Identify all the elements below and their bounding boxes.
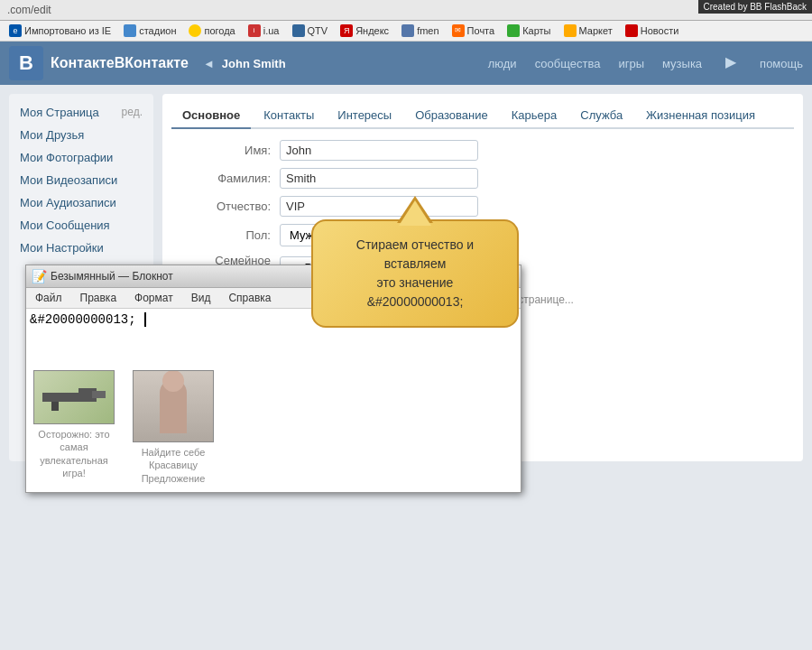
bookmark-ie-text: Импортовано из IE bbox=[24, 25, 111, 36]
bookmark-news[interactable]: Новости bbox=[622, 23, 683, 38]
vk-header: В КонтактеВКонтакте ◄ John Smith люди со… bbox=[0, 42, 812, 85]
tooltip-bubble: Стираем отчество и вставляем это значени… bbox=[311, 219, 519, 328]
notepad-menu-help[interactable]: Справка bbox=[225, 290, 274, 306]
svg-rect-2 bbox=[92, 391, 106, 398]
input-name[interactable] bbox=[280, 140, 478, 161]
nav-communities[interactable]: сообщества bbox=[535, 53, 601, 74]
form-row-name: Имя: bbox=[171, 140, 794, 161]
notepad-menu-view[interactable]: Вид bbox=[188, 290, 215, 306]
vk-logo-icon: В bbox=[9, 46, 43, 80]
ad-gun: Осторожно: это самая увлекательная игра! bbox=[33, 370, 115, 485]
label-patronymic: Отчество: bbox=[171, 200, 280, 213]
notepad-menu-file[interactable]: Файл bbox=[32, 290, 66, 306]
label-gender: Пол: bbox=[171, 228, 280, 242]
label-surname: Фамилия: bbox=[171, 172, 280, 185]
notepad-ads-area: Осторожно: это самая увлекательная игра!… bbox=[26, 363, 521, 492]
bookmark-market-label: Маркет bbox=[579, 25, 613, 36]
bookmark-yandex-label: Яндекс bbox=[355, 25, 389, 36]
ad-gun-text: Осторожно: это самая увлекательная игра! bbox=[33, 428, 115, 479]
bookmark-mail-label: Почта bbox=[467, 25, 495, 36]
bookmark-maps-label: Карты bbox=[522, 25, 550, 36]
bookmark-stadium[interactable]: стадион bbox=[120, 23, 180, 38]
bookmark-ie[interactable]: e Моя Страница Импортовано из IE bbox=[5, 23, 115, 38]
ad-girl-image bbox=[133, 370, 214, 442]
ad-girl-text: Найдите себе Красавицу Предложение bbox=[133, 446, 214, 485]
ad-girl: Найдите себе Красавицу Предложение bbox=[133, 370, 214, 485]
bookmarks-bar: e Моя Страница Импортовано из IE стадион… bbox=[0, 21, 812, 42]
tab-career[interactable]: Карьера bbox=[501, 103, 568, 129]
bookmark-weather[interactable]: погода bbox=[185, 23, 238, 38]
svg-rect-0 bbox=[42, 393, 78, 402]
tab-views[interactable]: Жизненная позиция bbox=[635, 103, 766, 129]
browser-url: .com/edit bbox=[7, 4, 51, 16]
vk-logo-text: КонтактеВКонтакте bbox=[51, 55, 189, 71]
bookmark-news-label: Новости bbox=[641, 25, 679, 36]
bookmark-fmen-label: fmen bbox=[417, 25, 438, 36]
tab-interests[interactable]: Интересы bbox=[327, 103, 402, 129]
input-patronymic[interactable] bbox=[280, 196, 478, 217]
bb-flashback-badge: Created by BB FlashBack bbox=[698, 0, 813, 14]
form-row-patronymic: Отчество: bbox=[171, 196, 794, 217]
nav-more-arrow[interactable]: ▶ bbox=[725, 53, 736, 74]
sidebar-photos[interactable]: Мои Фотографии bbox=[9, 146, 153, 169]
bookmark-iua-label: i.ua bbox=[263, 25, 280, 36]
notepad-text: &#20000000013; bbox=[30, 312, 146, 327]
sidebar-videos[interactable]: Мои Видеозаписи bbox=[9, 169, 153, 191]
svg-rect-3 bbox=[51, 402, 59, 411]
tab-service[interactable]: Служба bbox=[569, 103, 633, 129]
input-surname[interactable] bbox=[280, 168, 478, 189]
bookmark-stadium-label: стадион bbox=[139, 25, 176, 36]
tooltip-text: Стираем отчество и вставляем это значени… bbox=[328, 236, 503, 311]
browser-bar: .com/edit bbox=[0, 0, 812, 21]
nav-music[interactable]: музыка bbox=[662, 53, 702, 74]
notepad-title: 📝 Безымянный — Блокнот bbox=[32, 269, 173, 283]
bookmark-qtv[interactable]: QTV bbox=[289, 23, 332, 38]
notepad-menu-edit[interactable]: Правка bbox=[77, 290, 121, 306]
vk-user-name[interactable]: John Smith bbox=[222, 57, 286, 70]
sidebar-settings[interactable]: Мои Настройки bbox=[9, 237, 153, 259]
sidebar-audio[interactable]: Мои Аудиозаписи bbox=[9, 191, 153, 214]
sidebar-friends[interactable]: Мои Друзья bbox=[9, 124, 153, 146]
bookmark-yandex[interactable]: Я Яндекс bbox=[337, 23, 392, 38]
tab-basic[interactable]: Основное bbox=[171, 103, 251, 129]
nav-help[interactable]: помощь bbox=[760, 53, 803, 74]
sidebar-my-page[interactable]: Моя Страница ред. bbox=[9, 101, 153, 124]
vk-tabs: Основное Контакты Интересы Образование К… bbox=[171, 103, 794, 129]
tooltip-value: &#20000000013; bbox=[367, 294, 464, 309]
gun-icon bbox=[42, 384, 106, 411]
notepad-menu-format[interactable]: Формат bbox=[131, 290, 177, 306]
sidebar-messages[interactable]: Мои Сообщения bbox=[9, 214, 153, 237]
ad-gun-image bbox=[33, 370, 115, 424]
nav-games[interactable]: игры bbox=[618, 53, 644, 74]
tab-contacts[interactable]: Контакты bbox=[253, 103, 325, 129]
label-name: Имя: bbox=[171, 144, 280, 157]
bookmark-qtv-label: QTV bbox=[308, 25, 328, 36]
bookmark-fmen[interactable]: fmen bbox=[398, 23, 442, 38]
nav-people[interactable]: люди bbox=[488, 53, 517, 74]
form-row-surname: Фамилия: bbox=[171, 168, 794, 189]
sidebar-edit-link[interactable]: ред. bbox=[122, 106, 143, 119]
bookmark-market[interactable]: Маркет bbox=[560, 23, 616, 38]
bookmark-weather-label: погода bbox=[204, 25, 235, 36]
bookmark-mail[interactable]: ✉ Почта bbox=[448, 23, 499, 38]
bookmark-iua[interactable]: i i.ua bbox=[245, 23, 283, 38]
bookmark-maps[interactable]: Карты bbox=[503, 23, 554, 38]
tab-education[interactable]: Образование bbox=[404, 103, 499, 129]
